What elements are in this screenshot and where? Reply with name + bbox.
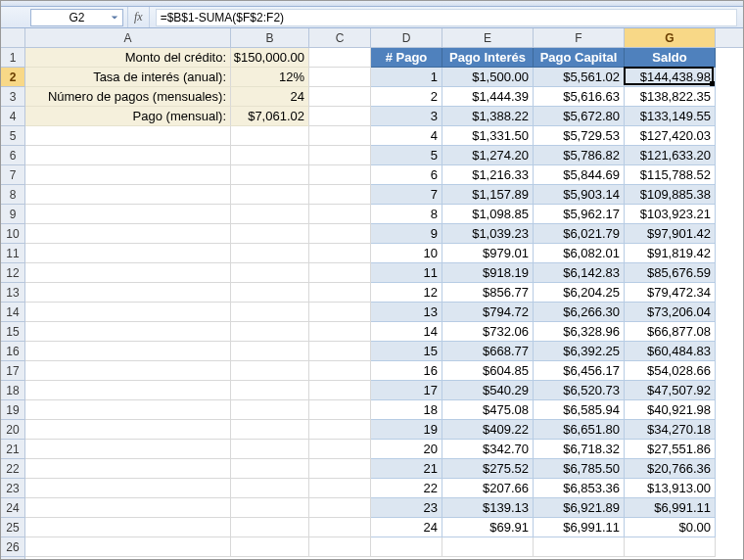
saldo[interactable]: $115,788.52 [625,165,716,185]
cell[interactable] [231,361,309,381]
pago-num[interactable]: 17 [371,381,442,400]
cell[interactable] [231,479,309,498]
cell[interactable] [25,400,231,420]
row-header-7[interactable]: 7 [1,165,24,185]
cell[interactable] [309,68,371,87]
cell[interactable] [25,146,231,165]
pago-interes[interactable]: $1,444.39 [442,87,534,107]
saldo[interactable]: $66,877.08 [625,322,716,342]
row-header-4[interactable]: 4 [1,107,24,126]
cells-area[interactable]: Monto del crédito:$150,000.00# PagoPago … [25,48,743,559]
cell[interactable] [231,224,309,244]
cell[interactable] [231,263,309,283]
cell[interactable] [25,205,231,224]
pago-capital[interactable]: $6,328.96 [534,322,625,342]
col-header-D[interactable]: D [371,28,442,47]
row-header-22[interactable]: 22 [1,459,24,479]
pago-interes[interactable]: $1,157.89 [442,185,534,205]
cell[interactable] [25,165,231,185]
saldo[interactable]: $60,484.83 [625,342,716,361]
loan-label[interactable]: Monto del crédito: [25,48,231,68]
cell[interactable] [309,205,371,224]
cell[interactable] [309,126,371,146]
cell[interactable] [309,537,371,557]
pago-capital[interactable]: $6,651.80 [534,420,625,440]
cell[interactable] [25,342,231,361]
loan-value[interactable]: 12% [231,68,309,87]
saldo[interactable]: $73,206.04 [625,303,716,322]
pago-capital[interactable]: $5,616.63 [534,87,625,107]
row-header-11[interactable]: 11 [1,244,24,263]
pago-interes[interactable]: $409.22 [442,420,534,440]
pago-capital[interactable]: $5,561.02 [534,68,625,87]
cell[interactable] [231,146,309,165]
saldo[interactable]: $47,507.92 [625,381,716,400]
cell[interactable] [231,205,309,224]
pago-capital[interactable]: $5,729.53 [534,126,625,146]
pago-num[interactable]: 21 [371,459,442,479]
cell[interactable] [231,518,309,537]
row-header-14[interactable]: 14 [1,303,24,322]
pago-capital[interactable]: $6,204.25 [534,283,625,303]
cell[interactable] [309,224,371,244]
cell[interactable] [25,224,231,244]
cell[interactable] [25,244,231,263]
cell[interactable] [309,185,371,205]
pago-capital[interactable]: $5,903.14 [534,185,625,205]
saldo[interactable]: $127,420.03 [625,126,716,146]
saldo[interactable]: $85,676.59 [625,263,716,283]
saldo[interactable]: $121,633.20 [625,146,716,165]
saldo[interactable]: $20,766.36 [625,459,716,479]
pago-capital[interactable]: $6,142.83 [534,263,625,283]
dropdown-icon[interactable] [109,12,120,23]
cell[interactable] [309,303,371,322]
saldo[interactable]: $97,901.42 [625,224,716,244]
pago-interes[interactable]: $1,500.00 [442,68,534,87]
cell[interactable] [25,518,231,537]
cell[interactable] [309,420,371,440]
saldo[interactable]: $6,991.11 [625,498,716,518]
pago-interes[interactable]: $918.19 [442,263,534,283]
cell[interactable] [309,381,371,400]
loan-value[interactable]: $150,000.00 [231,48,309,68]
cell[interactable] [25,322,231,342]
pago-num[interactable]: 11 [371,263,442,283]
col-header-A[interactable]: A [25,28,231,47]
pago-num[interactable]: 22 [371,479,442,498]
row-header-3[interactable]: 3 [1,87,24,107]
cell[interactable] [25,263,231,283]
pago-interes[interactable]: $732.06 [442,322,534,342]
pago-num[interactable]: 7 [371,185,442,205]
cell[interactable] [309,479,371,498]
cell[interactable] [309,244,371,263]
row-header-15[interactable]: 15 [1,322,24,342]
pago-num[interactable]: 9 [371,224,442,244]
table-header[interactable]: Pago Capital [534,48,625,68]
col-header-G[interactable]: G [625,28,716,47]
cell[interactable] [25,420,231,440]
row-header-2[interactable]: 2 [1,68,24,87]
pago-num[interactable]: 13 [371,303,442,322]
pago-interes[interactable]: $342.70 [442,440,534,459]
cell[interactable] [231,537,309,557]
cell[interactable] [309,263,371,283]
cell[interactable] [534,537,625,557]
pago-num[interactable]: 19 [371,420,442,440]
pago-interes[interactable]: $1,331.50 [442,126,534,146]
loan-value[interactable]: 24 [231,87,309,107]
pago-num[interactable]: 24 [371,518,442,537]
cell[interactable] [625,537,716,557]
cell[interactable] [371,537,442,557]
pago-capital[interactable]: $6,392.25 [534,342,625,361]
cell[interactable] [231,498,309,518]
saldo[interactable]: $27,551.86 [625,440,716,459]
row-header-5[interactable]: 5 [1,126,24,146]
cell[interactable] [442,537,534,557]
cell[interactable] [231,165,309,185]
row-header-20[interactable]: 20 [1,420,24,440]
pago-capital[interactable]: $6,520.73 [534,381,625,400]
fx-icon[interactable]: fx [134,10,143,24]
pago-capital[interactable]: $6,266.30 [534,303,625,322]
cell[interactable] [25,537,231,557]
pago-interes[interactable]: $668.77 [442,342,534,361]
